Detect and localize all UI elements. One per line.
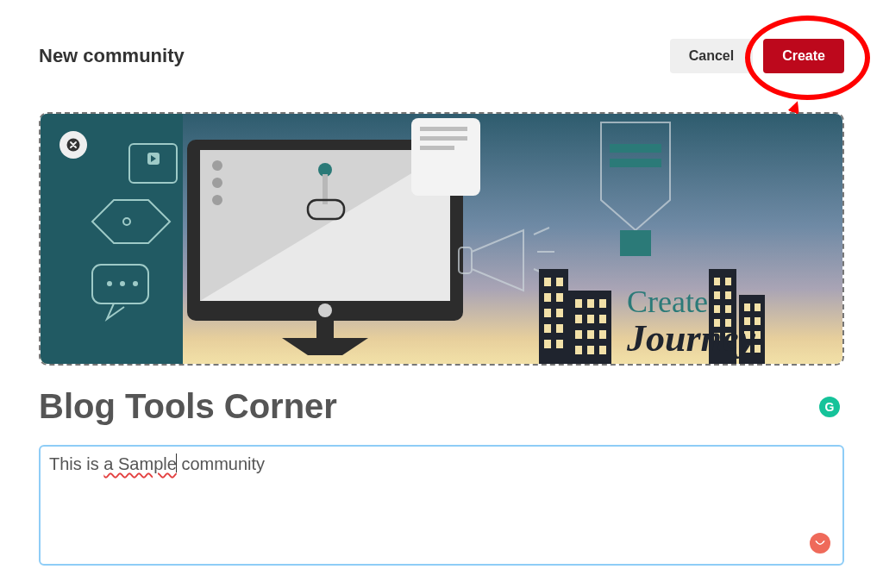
svg-rect-52 <box>599 330 606 339</box>
svg-rect-41 <box>556 324 563 333</box>
svg-rect-24 <box>420 136 467 141</box>
cover-image-area[interactable]: Create Journey <box>39 112 844 366</box>
community-name-row: Blog Tools Corner G <box>39 387 844 426</box>
svg-rect-66 <box>744 303 750 311</box>
description-input[interactable]: This is a Sample community <box>39 445 844 566</box>
svg-rect-40 <box>544 324 551 333</box>
svg-rect-50 <box>575 330 582 339</box>
svg-rect-44 <box>575 299 582 308</box>
desc-suffix: community <box>177 454 265 473</box>
svg-rect-57 <box>725 278 731 285</box>
svg-rect-25 <box>420 146 454 150</box>
desc-prefix: This is <box>49 454 103 473</box>
svg-rect-38 <box>544 309 551 317</box>
svg-rect-37 <box>556 293 563 302</box>
svg-rect-42 <box>544 340 551 348</box>
svg-point-20 <box>212 178 222 188</box>
cancel-button[interactable]: Cancel <box>670 39 753 73</box>
svg-rect-54 <box>587 346 594 354</box>
header-row: New community Cancel Create <box>39 34 844 78</box>
grammarly-icon[interactable]: G <box>819 397 840 417</box>
svg-point-13 <box>318 303 332 317</box>
svg-rect-61 <box>725 305 731 313</box>
page-title: New community <box>39 45 185 67</box>
spellcheck-underline: a Sample <box>103 454 177 473</box>
svg-point-9 <box>133 281 138 286</box>
svg-point-8 <box>120 281 125 286</box>
svg-rect-34 <box>544 278 551 286</box>
create-button[interactable]: Create <box>763 39 844 73</box>
remove-cover-button[interactable] <box>59 131 87 159</box>
emoji-picker-button[interactable] <box>810 533 830 554</box>
svg-rect-59 <box>725 291 731 299</box>
svg-rect-55 <box>599 346 606 354</box>
cover-brand-line2: Journey <box>626 317 756 360</box>
svg-rect-46 <box>599 299 606 308</box>
svg-rect-27 <box>610 144 661 153</box>
close-icon <box>66 137 81 153</box>
cover-brand-line1: Create <box>627 285 708 319</box>
svg-rect-36 <box>544 293 551 302</box>
svg-rect-28 <box>610 159 661 167</box>
svg-rect-56 <box>714 278 720 285</box>
svg-rect-53 <box>575 346 582 354</box>
svg-point-19 <box>212 160 222 171</box>
header-actions: Cancel Create <box>670 39 844 73</box>
svg-rect-49 <box>599 315 606 323</box>
svg-rect-35 <box>556 278 563 286</box>
description-text: This is a Sample community <box>49 454 265 473</box>
svg-rect-67 <box>755 303 761 311</box>
svg-rect-51 <box>587 330 594 339</box>
svg-rect-60 <box>714 305 720 313</box>
svg-rect-30 <box>539 269 568 364</box>
cover-illustration: Create Journey <box>41 114 842 364</box>
svg-rect-23 <box>420 127 467 131</box>
svg-rect-29 <box>620 230 651 256</box>
smile-icon <box>813 537 827 549</box>
svg-rect-39 <box>556 309 563 317</box>
svg-point-7 <box>107 281 112 286</box>
svg-rect-43 <box>556 340 563 348</box>
svg-rect-45 <box>587 299 594 308</box>
svg-point-21 <box>212 195 222 205</box>
svg-rect-47 <box>575 315 582 323</box>
community-name-input[interactable]: Blog Tools Corner <box>39 387 337 426</box>
svg-rect-58 <box>714 291 720 299</box>
svg-rect-48 <box>587 315 594 323</box>
